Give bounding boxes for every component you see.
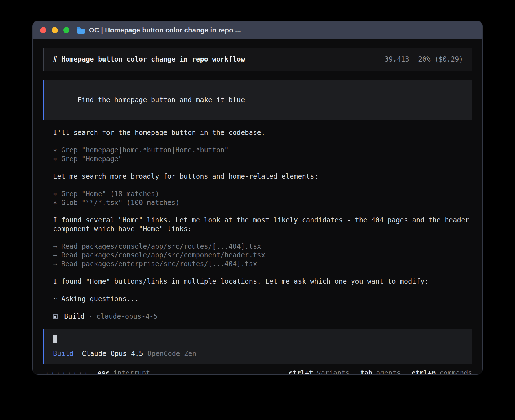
session-header: # Homepage button color change in repo w… xyxy=(43,48,472,71)
agent-status: Build · claude-opus-4-5 xyxy=(43,312,472,321)
transcript-line xyxy=(53,163,470,172)
statusbar: •••••••• esc interrupt ctrl+t variants t… xyxy=(43,369,472,374)
agent-separator: · xyxy=(88,312,92,321)
folder-icon xyxy=(77,27,85,34)
agent-icon xyxy=(53,314,58,319)
transcript-line: ~ Asking questions... xyxy=(53,295,470,303)
mode-label: Build xyxy=(53,349,73,358)
transcript-line: → Read packages/enterprise/src/routes/[.… xyxy=(53,260,470,268)
agent-name: Build xyxy=(64,312,84,321)
transcript-line: I found "Home" buttons/links in multiple… xyxy=(53,277,470,286)
transcript-line: ∗ Grep "Homepage" xyxy=(53,155,470,163)
transcript-line xyxy=(53,286,470,295)
close-button[interactable] xyxy=(40,27,46,33)
assistant-transcript: I'll search for the homepage button in t… xyxy=(43,128,472,303)
model-label: Claude Opus 4.5 xyxy=(82,349,143,358)
interrupt-label: interrupt xyxy=(113,369,150,374)
token-count: 39,413 xyxy=(385,55,409,64)
transcript-line: → Read packages/console/app/src/routes/[… xyxy=(53,242,470,251)
prompt-input[interactable]: Build Claude Opus 4.5 OpenCode Zen xyxy=(43,329,472,364)
session-title: # Homepage button color change in repo w… xyxy=(53,55,245,64)
minimize-button[interactable] xyxy=(52,27,58,33)
statusbar-left: •••••••• esc interrupt xyxy=(43,369,150,374)
text-cursor xyxy=(53,335,57,343)
transcript-line xyxy=(53,233,470,242)
transcript-line: I'll search for the homepage button in t… xyxy=(53,128,470,137)
transcript-line: ∗ Grep "Home" (18 matches) xyxy=(53,190,470,198)
keyboard-shortcut: ctrl+p commands xyxy=(411,369,472,374)
shortcut-key: tab xyxy=(360,369,372,374)
window-title: OC | Homepage button color change in rep… xyxy=(89,26,241,34)
interrupt-key: esc xyxy=(97,369,110,374)
user-message: Find the homepage button and make it blu… xyxy=(43,80,472,120)
transcript-line: ∗ Grep "homepage|home.*button|Home.*butt… xyxy=(53,146,470,155)
traffic-lights xyxy=(40,27,69,33)
titlebar[interactable]: OC | Homepage button color change in rep… xyxy=(33,21,482,39)
shortcut-label: variants xyxy=(317,369,350,374)
terminal-window: OC | Homepage button color change in rep… xyxy=(33,21,482,374)
transcript-line xyxy=(53,181,470,190)
transcript-line xyxy=(53,207,470,216)
zoom-button[interactable] xyxy=(63,27,69,33)
keyboard-shortcut: ctrl+t variants xyxy=(289,369,349,374)
transcript-line: → Read packages/console/app/src/componen… xyxy=(53,251,470,260)
keyboard-shortcut: tab agents xyxy=(360,369,401,374)
transcript-line xyxy=(53,268,470,277)
shortcut-key: ctrl+t xyxy=(289,369,313,374)
user-message-text: Find the homepage button and make it blu… xyxy=(78,96,245,104)
context-usage: 20% ($0.29) xyxy=(418,55,463,64)
transcript-line xyxy=(53,137,470,146)
session-stats: 39,413 20% ($0.29) xyxy=(385,55,463,64)
input-statusline: Build Claude Opus 4.5 OpenCode Zen xyxy=(53,349,463,358)
transcript-line: ∗ Glob "**/*.tsx" (100 matches) xyxy=(53,198,470,207)
shortcut-key: ctrl+p xyxy=(411,369,436,374)
terminal-content: # Homepage button color change in repo w… xyxy=(33,39,482,374)
agent-model: claude-opus-4-5 xyxy=(97,312,158,321)
transcript-line: I found several "Home" links. Let me loo… xyxy=(53,216,470,233)
shortcut-label: commands xyxy=(439,369,472,374)
statusbar-right: ctrl+t variants tab agents ctrl+p comman… xyxy=(278,369,472,374)
transcript-line: Let me search more broadly for buttons a… xyxy=(53,172,470,181)
progress-dots: •••••••• xyxy=(46,369,90,374)
provider-label: OpenCode Zen xyxy=(147,349,196,358)
shortcut-label: agents xyxy=(376,369,401,374)
